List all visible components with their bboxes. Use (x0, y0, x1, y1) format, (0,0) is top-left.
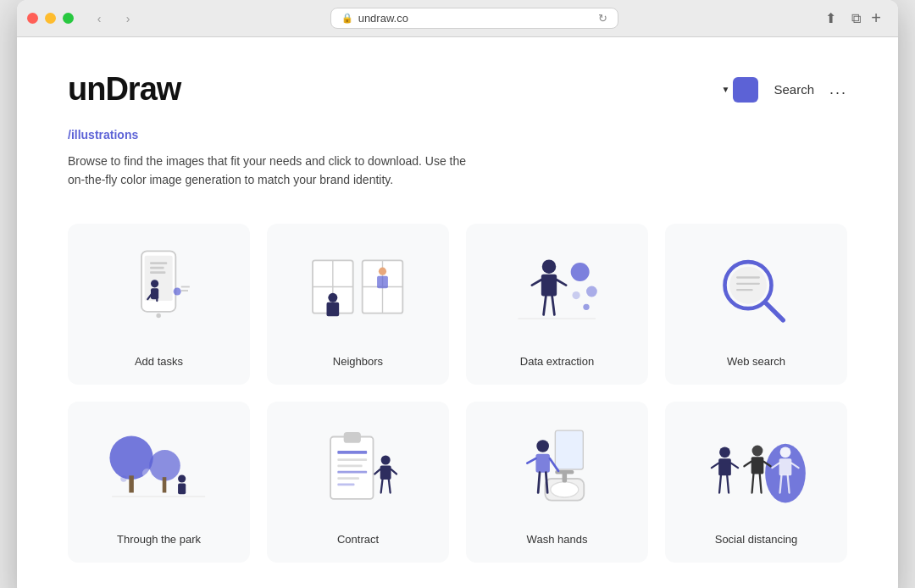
illustration-image-wash-hands (483, 419, 631, 521)
svg-rect-45 (178, 484, 186, 495)
color-picker-arrow[interactable]: ▼ (722, 85, 730, 94)
share-button[interactable]: ⬆ (822, 8, 840, 28)
illustration-image-web-search (682, 241, 830, 343)
svg-rect-77 (718, 458, 731, 475)
duplicate-tab-button[interactable]: ⧉ (848, 8, 864, 28)
svg-point-82 (752, 446, 763, 457)
forward-button[interactable]: › (116, 9, 140, 28)
svg-rect-53 (338, 465, 363, 468)
illustration-card-social-distancing[interactable]: Social distancing (665, 402, 847, 563)
svg-line-80 (719, 476, 721, 493)
color-swatch[interactable] (733, 77, 758, 103)
address-bar[interactable]: 🔒 undraw.co ↻ (330, 8, 618, 29)
browser-window: ‹ › 🔒 undraw.co ↻ ⬆ ⧉ + unDraw ▼ (17, 0, 898, 588)
svg-rect-50 (344, 432, 361, 443)
svg-point-88 (780, 447, 791, 458)
svg-rect-83 (751, 458, 764, 474)
svg-rect-63 (556, 430, 584, 469)
svg-point-2 (157, 313, 161, 318)
svg-point-66 (551, 482, 579, 497)
illustration-image-add-tasks (85, 241, 233, 343)
page-content: unDraw ▼ Search ... /illustrations Brows… (17, 37, 898, 588)
address-text: undraw.co (358, 12, 408, 25)
nav-buttons: ‹ › (87, 9, 140, 28)
svg-rect-42 (130, 476, 134, 493)
svg-point-3 (151, 280, 158, 288)
svg-line-81 (728, 476, 729, 493)
svg-line-74 (546, 473, 548, 493)
svg-rect-22 (377, 276, 388, 289)
svg-rect-49 (330, 437, 373, 499)
refresh-button[interactable]: ↻ (598, 12, 607, 25)
svg-line-79 (731, 463, 738, 468)
svg-rect-55 (338, 477, 360, 480)
svg-point-41 (149, 450, 180, 481)
svg-rect-54 (338, 471, 368, 474)
svg-line-27 (544, 297, 546, 315)
svg-line-62 (389, 480, 391, 493)
svg-point-23 (542, 260, 556, 274)
illustration-image-contract (284, 419, 432, 521)
illustration-image-neighbors (284, 241, 432, 343)
svg-line-84 (745, 462, 751, 466)
svg-rect-8 (150, 267, 164, 269)
svg-point-31 (573, 291, 580, 299)
illustration-image-data-extraction (483, 241, 631, 343)
svg-point-35 (729, 267, 767, 304)
svg-point-29 (571, 263, 590, 281)
svg-point-69 (537, 440, 550, 452)
svg-line-71 (528, 458, 536, 463)
svg-point-76 (719, 447, 730, 458)
illustrations-grid: Add tasks (68, 224, 847, 563)
svg-rect-24 (541, 275, 557, 297)
illustration-card-contract[interactable]: Contract (267, 402, 449, 563)
svg-rect-58 (380, 466, 391, 480)
svg-point-32 (584, 304, 590, 310)
svg-line-26 (557, 280, 566, 286)
svg-point-21 (379, 268, 386, 275)
svg-point-19 (329, 293, 338, 302)
svg-line-87 (760, 474, 762, 493)
svg-rect-7 (150, 262, 167, 264)
svg-point-30 (586, 286, 597, 297)
svg-rect-20 (327, 302, 340, 316)
svg-point-48 (121, 476, 127, 482)
svg-rect-9 (150, 271, 165, 274)
svg-rect-89 (779, 458, 792, 475)
back-button[interactable]: ‹ (87, 9, 111, 28)
svg-rect-43 (163, 477, 167, 492)
svg-rect-52 (338, 458, 368, 461)
minimize-button[interactable] (45, 13, 56, 24)
svg-line-59 (375, 469, 380, 474)
svg-line-28 (552, 297, 555, 315)
color-picker-area: ▼ (722, 77, 759, 103)
svg-line-61 (381, 480, 383, 493)
traffic-lights (27, 13, 74, 24)
new-tab-button[interactable]: + (864, 8, 888, 28)
maximize-button[interactable] (63, 13, 74, 24)
close-button[interactable] (27, 13, 38, 24)
svg-point-44 (178, 475, 186, 483)
illustration-image-through-the-park (85, 419, 233, 521)
svg-line-86 (752, 474, 754, 493)
illustration-image-social-distancing (682, 419, 830, 521)
card-label-data-extraction: Data extraction (520, 355, 594, 368)
svg-rect-51 (338, 451, 368, 454)
svg-rect-70 (536, 454, 550, 473)
card-label-through-the-park: Through the park (117, 533, 201, 546)
tab-bar-area: 🔒 undraw.co ↻ (140, 8, 808, 29)
illustration-card-neighbors[interactable]: Neighbors (267, 224, 449, 385)
breadcrumb[interactable]: /illustrations (68, 128, 847, 141)
illustration-card-web-search[interactable]: Web search (665, 224, 847, 385)
svg-rect-56 (338, 484, 355, 486)
more-options-button[interactable]: ... (829, 80, 847, 98)
illustration-card-through-the-park[interactable]: Through the park (68, 402, 250, 563)
card-label-neighbors: Neighbors (333, 355, 383, 368)
svg-line-36 (765, 302, 783, 320)
illustration-card-add-tasks[interactable]: Add tasks (68, 224, 250, 385)
logo: unDraw (68, 71, 180, 108)
illustration-card-wash-hands[interactable]: Wash hands (466, 402, 648, 563)
illustration-card-data-extraction[interactable]: Data extraction (466, 224, 648, 385)
description-text: Browse to find the images that fit your … (68, 152, 474, 190)
lock-icon: 🔒 (341, 13, 353, 24)
